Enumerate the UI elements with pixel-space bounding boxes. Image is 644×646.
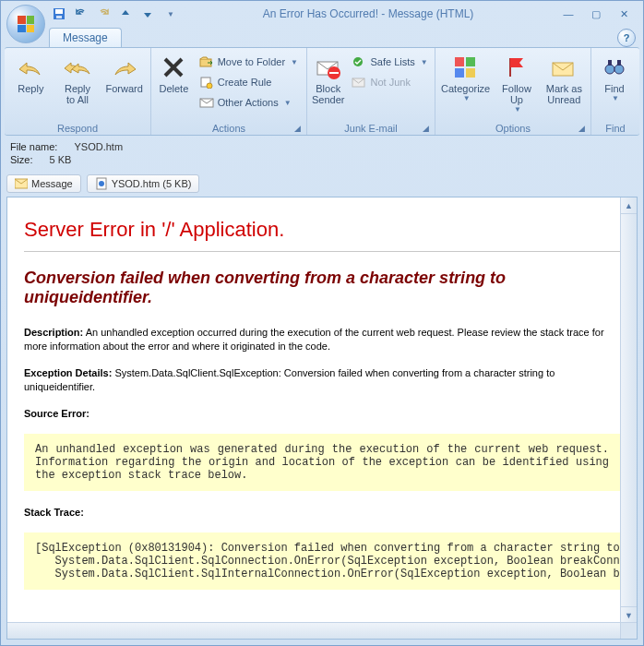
size-label: Size: bbox=[10, 154, 32, 165]
chevron-down-icon: ▼ bbox=[612, 94, 619, 102]
source-error-box: An unhandled exception was generated dur… bbox=[24, 434, 620, 491]
undo-button[interactable] bbox=[71, 4, 91, 24]
svg-rect-15 bbox=[466, 68, 475, 78]
group-label-respond: Respond bbox=[8, 122, 147, 135]
previous-button[interactable] bbox=[115, 4, 136, 24]
attachment-info: File name: YSOD.htm Size: 5 KB bbox=[1, 136, 643, 173]
stack-trace-label: Stack Trace: bbox=[24, 507, 84, 518]
chevron-down-icon: ▼ bbox=[463, 94, 471, 102]
description-label: Description: bbox=[24, 327, 83, 338]
find-button[interactable]: Find▼ bbox=[595, 50, 634, 103]
reply-all-button[interactable]: Reply to All bbox=[55, 50, 101, 106]
svg-rect-20 bbox=[617, 60, 621, 66]
redo-button[interactable] bbox=[93, 4, 113, 24]
next-button[interactable] bbox=[137, 4, 158, 24]
stack-trace-box: [SqlException (0x80131904): Conversion f… bbox=[24, 532, 620, 590]
delete-button[interactable]: Delete bbox=[155, 50, 193, 95]
save-button[interactable] bbox=[49, 4, 69, 24]
forward-button[interactable]: Forward bbox=[101, 50, 147, 95]
svg-point-17 bbox=[605, 65, 614, 74]
vertical-scrollbar[interactable]: ▲ ▼ bbox=[620, 197, 637, 639]
group-label-options: Options◢ bbox=[439, 122, 587, 135]
reply-all-icon bbox=[63, 53, 92, 82]
undo-icon bbox=[74, 6, 89, 21]
arrow-up-icon bbox=[119, 7, 132, 20]
redo-icon bbox=[96, 6, 111, 21]
envelope-icon bbox=[15, 177, 28, 190]
svg-rect-19 bbox=[608, 60, 612, 66]
office-button[interactable] bbox=[6, 5, 45, 43]
chevron-down-icon: ▼ bbox=[291, 58, 298, 66]
mark-unread-button[interactable]: Mark as Unread bbox=[542, 50, 587, 106]
attachment-tab-file[interactable]: YSOD.htm (5 KB) bbox=[87, 174, 200, 193]
qat-customize[interactable]: ▼ bbox=[160, 4, 180, 24]
svg-rect-1 bbox=[55, 9, 63, 14]
office-logo-icon bbox=[18, 16, 34, 32]
svg-point-23 bbox=[99, 181, 104, 186]
quick-access-toolbar: ▼ bbox=[49, 4, 180, 24]
svg-point-5 bbox=[207, 83, 212, 89]
scroll-up-icon[interactable]: ▲ bbox=[621, 197, 637, 214]
svg-rect-12 bbox=[455, 57, 464, 66]
dialog-launcher-icon[interactable]: ◢ bbox=[423, 124, 429, 133]
chevron-down-icon: ▼ bbox=[514, 105, 521, 114]
file-name-value: YSOD.htm bbox=[74, 141, 123, 152]
reply-button[interactable]: Reply bbox=[8, 50, 54, 95]
group-label-actions: Actions◢ bbox=[155, 122, 303, 135]
other-actions-icon bbox=[199, 95, 214, 110]
svg-rect-9 bbox=[329, 72, 339, 74]
tab-message[interactable]: Message bbox=[49, 28, 122, 47]
block-sender-icon bbox=[314, 53, 343, 82]
ysod-title: Server Error in '/' Application. bbox=[24, 218, 620, 242]
mark-unread-icon bbox=[549, 53, 578, 82]
categorize-button[interactable]: Categorize▼ bbox=[439, 50, 492, 103]
move-to-folder-button[interactable]: Move to Folder▼ bbox=[195, 52, 303, 72]
maximize-button[interactable]: ▢ bbox=[584, 6, 608, 22]
flag-icon bbox=[502, 53, 531, 82]
minimize-button[interactable]: — bbox=[556, 6, 580, 22]
other-actions-button[interactable]: Other Actions▼ bbox=[195, 92, 303, 113]
safe-lists-icon bbox=[352, 54, 366, 69]
html-file-icon bbox=[95, 177, 108, 190]
chevron-down-icon: ▼ bbox=[421, 58, 428, 66]
group-label-junk: Junk E-mail◢ bbox=[311, 122, 431, 135]
dialog-launcher-icon[interactable]: ◢ bbox=[578, 124, 585, 133]
help-button[interactable]: ? bbox=[617, 29, 636, 47]
scroll-down-icon[interactable]: ▼ bbox=[621, 606, 637, 623]
save-icon bbox=[52, 6, 66, 21]
message-body[interactable]: Server Error in '/' Application. Convers… bbox=[6, 197, 638, 640]
block-sender-button[interactable]: Block Sender bbox=[311, 50, 345, 106]
create-rule-button[interactable]: Create Rule bbox=[195, 72, 303, 92]
attachment-tab-message[interactable]: Message bbox=[6, 174, 81, 193]
delete-icon bbox=[159, 53, 188, 82]
close-button[interactable]: ✕ bbox=[612, 6, 636, 22]
forward-icon bbox=[110, 53, 139, 82]
categorize-icon bbox=[451, 53, 481, 82]
svg-rect-2 bbox=[56, 16, 62, 18]
safe-lists-button[interactable]: Safe Lists▼ bbox=[347, 52, 432, 72]
size-value: 5 KB bbox=[50, 154, 72, 165]
description-text: An unhandled exception occurred during t… bbox=[24, 327, 604, 352]
reply-icon bbox=[16, 53, 45, 82]
divider bbox=[24, 251, 620, 252]
ysod-subtitle: Conversion failed when converting from a… bbox=[24, 269, 620, 307]
svg-rect-14 bbox=[455, 68, 464, 78]
arrow-down-icon bbox=[141, 7, 154, 20]
ribbon: Reply Reply to All Forward Respond Delet… bbox=[5, 47, 639, 136]
help-icon: ? bbox=[624, 32, 630, 43]
horizontal-scrollbar[interactable] bbox=[7, 622, 621, 639]
dialog-launcher-icon[interactable]: ◢ bbox=[294, 124, 301, 133]
rule-icon bbox=[199, 75, 214, 90]
not-junk-button: Not Junk bbox=[347, 72, 432, 92]
group-label-find: Find bbox=[595, 122, 636, 135]
svg-point-18 bbox=[614, 65, 624, 74]
title-bar: ▼ An Error Has Occurred! - Message (HTML… bbox=[1, 1, 643, 27]
scroll-corner bbox=[620, 622, 637, 639]
binoculars-icon bbox=[600, 53, 629, 82]
follow-up-button[interactable]: Follow Up▼ bbox=[494, 50, 539, 114]
not-junk-icon bbox=[352, 75, 366, 90]
chevron-down-icon: ▼ bbox=[284, 99, 292, 107]
chevron-down-icon: ▼ bbox=[167, 10, 174, 18]
folder-move-icon bbox=[199, 54, 214, 69]
source-error-label: Source Error: bbox=[24, 408, 89, 419]
